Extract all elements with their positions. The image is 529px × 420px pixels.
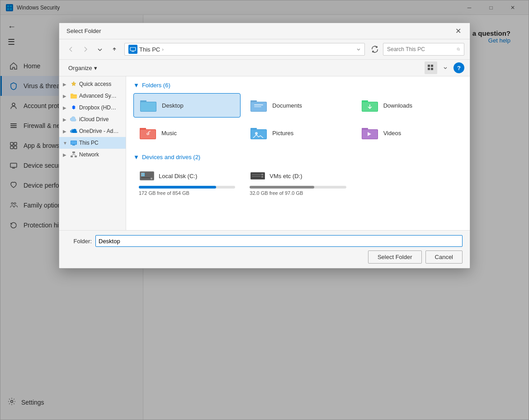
tree-item-onedrive[interactable]: ▶ OneDrive - Advance	[59, 125, 126, 137]
network-expand-icon: ▶	[63, 152, 68, 157]
network-icon	[70, 151, 77, 158]
onedrive-expand-icon: ▶	[63, 129, 68, 134]
folder-item-desktop[interactable]: Desktop	[133, 93, 241, 118]
file-area: ▼ Folders (6) Desktop	[126, 76, 470, 230]
forward-nav-button[interactable]	[79, 43, 92, 56]
search-input[interactable]	[387, 46, 455, 52]
back-nav-button[interactable]	[65, 43, 77, 56]
folder-row: Folder:	[66, 235, 463, 247]
refresh-button[interactable]	[368, 43, 381, 56]
address-bar[interactable]: This PC ›	[124, 43, 365, 56]
search-icon	[457, 46, 460, 52]
svg-rect-21	[431, 68, 433, 70]
advanced-systems-label: Advanced Systems (	[79, 93, 119, 99]
svg-rect-19	[431, 65, 433, 67]
drive-d-info: 32.0 GB free of 97.0 GB	[250, 190, 346, 196]
nav-tree: ▶ Quick access ▶ Advanced Systems (	[59, 76, 126, 230]
folder-label: Folder:	[66, 238, 92, 245]
organize-button[interactable]: Organize ▾	[65, 63, 101, 73]
drives-toggle[interactable]: ▼	[133, 154, 139, 160]
dropbox-label: Dropbox (HDS Prism	[79, 104, 119, 111]
svg-rect-55	[142, 173, 143, 175]
drive-c-bar	[139, 186, 216, 189]
drives-grid: Local Disk (C:) 172 GB free of 854 GB	[133, 165, 463, 200]
svg-point-63	[261, 174, 263, 175]
address-separator: ›	[162, 47, 164, 52]
svg-rect-62	[252, 176, 261, 177]
folder-item-music[interactable]: Music	[133, 121, 241, 145]
select-folder-button[interactable]: Select Folder	[368, 250, 422, 264]
downloads-folder-label: Downloads	[383, 102, 412, 109]
videos-folder-icon	[361, 126, 379, 140]
address-dropdown-arrow[interactable]	[356, 45, 361, 53]
search-box[interactable]	[383, 43, 464, 56]
pictures-folder-label: Pictures	[272, 130, 293, 137]
quick-access-label: Quick access	[79, 81, 111, 87]
svg-rect-26	[72, 151, 75, 153]
folder-item-pictures[interactable]: Pictures	[244, 121, 351, 145]
view-mode-button[interactable]	[425, 61, 437, 74]
up-nav-button[interactable]	[108, 43, 121, 56]
folder-input[interactable]	[95, 235, 463, 247]
icloud-label: iCloud Drive	[79, 116, 109, 123]
folders-section-title: Folders (6)	[142, 82, 170, 89]
folder-item-downloads[interactable]: Downloads	[355, 93, 463, 118]
folders-toggle[interactable]: ▼	[133, 82, 139, 89]
drive-c-name: Local Disk (C:)	[159, 173, 197, 179]
desktop-folder-label: Desktop	[162, 102, 184, 109]
footer-buttons: Select Folder Cancel	[66, 250, 463, 264]
tree-item-advanced-systems[interactable]: ▶ Advanced Systems (	[59, 90, 126, 102]
dialog-title-bar: Select Folder ✕	[59, 23, 470, 39]
view-controls: ?	[425, 61, 464, 74]
view-dropdown-button[interactable]	[439, 61, 452, 74]
dropbox-expand-icon: ▶	[63, 105, 68, 110]
dialog-toolbar2: Organize ▾ ?	[59, 60, 470, 76]
this-pc-label: This PC	[79, 140, 99, 146]
svg-rect-35	[254, 104, 263, 105]
select-folder-dialog: Select Folder ✕	[59, 23, 470, 269]
address-pc-icon	[128, 45, 137, 54]
this-pc-computer-icon	[70, 139, 77, 146]
svg-rect-27	[71, 156, 73, 157]
drive-c-top: Local Disk (C:)	[139, 170, 235, 182]
icloud-icon	[70, 116, 77, 123]
tree-item-dropbox[interactable]: ▶ Dropbox (HDS Prism	[59, 102, 126, 113]
drive-c-bar-container	[139, 186, 235, 189]
advanced-systems-expand-icon: ▶	[63, 94, 68, 99]
tree-item-network[interactable]: ▶ Network	[59, 149, 126, 160]
svg-rect-56	[143, 173, 145, 175]
svg-rect-57	[142, 175, 143, 176]
svg-rect-20	[428, 68, 430, 70]
drive-c-icon	[139, 170, 155, 182]
drive-d-bar-container	[250, 186, 346, 189]
cancel-button[interactable]: Cancel	[425, 250, 463, 264]
svg-rect-25	[71, 141, 76, 144]
svg-point-53	[151, 178, 152, 179]
folder-item-videos[interactable]: Videos	[355, 121, 463, 145]
folders-grid: Desktop Documents	[133, 93, 463, 145]
drive-d-name: VMs etc (D:)	[269, 173, 302, 179]
help-button[interactable]: ?	[453, 62, 464, 73]
icloud-expand-icon: ▶	[63, 117, 68, 122]
svg-point-46	[255, 132, 258, 135]
dropdown-nav-button[interactable]	[94, 43, 106, 56]
tree-item-quick-access[interactable]: ▶ Quick access	[59, 78, 126, 90]
videos-folder-label: Videos	[383, 130, 401, 137]
tree-item-icloud[interactable]: ▶ iCloud Drive	[59, 113, 126, 125]
documents-folder-label: Documents	[272, 102, 302, 109]
svg-rect-28	[75, 156, 77, 157]
folder-item-documents[interactable]: Documents	[244, 93, 351, 118]
drive-d-bar	[250, 186, 314, 189]
drive-item-local-c[interactable]: Local Disk (C:) 172 GB free of 854 GB	[133, 165, 241, 200]
music-folder-label: Music	[161, 130, 177, 137]
svg-rect-18	[428, 65, 430, 67]
tree-item-this-pc[interactable]: ▼ This PC	[59, 137, 126, 149]
drive-item-vms-d[interactable]: VMs etc (D:) 32.0 GB free of 97.0 GB	[244, 165, 351, 200]
svg-rect-16	[130, 47, 136, 51]
dialog-close-button[interactable]: ✕	[450, 23, 466, 39]
svg-rect-54	[141, 177, 150, 178]
svg-point-64	[261, 176, 263, 178]
svg-rect-22	[71, 94, 77, 99]
quick-access-star-icon	[70, 80, 77, 88]
this-pc-expand-icon: ▼	[63, 141, 68, 146]
